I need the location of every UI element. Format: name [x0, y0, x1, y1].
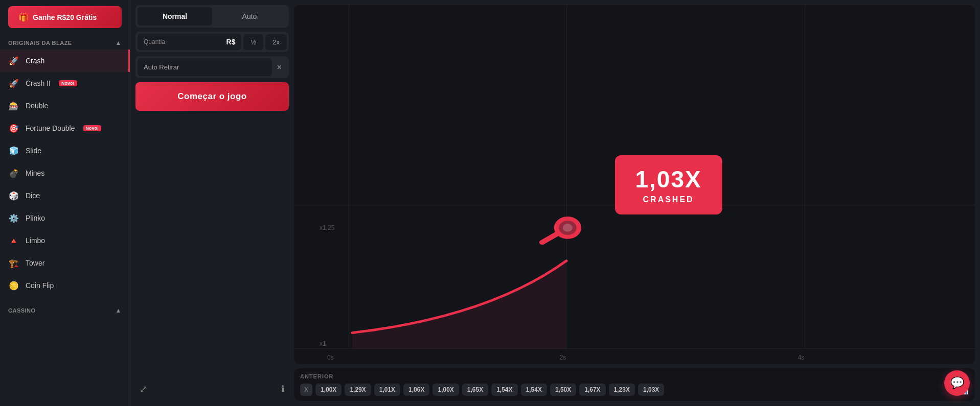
crash-icon: 🚀	[8, 55, 19, 66]
start-game-button[interactable]: Começar o jogo	[135, 82, 289, 111]
limbo-icon: 🔺	[8, 235, 19, 246]
crash-multiplier: 1,03X	[635, 165, 701, 193]
auto-retirar-label: Auto Retirar	[144, 63, 179, 71]
prev-item[interactable]: 1,00X	[432, 384, 459, 396]
x-axis-label3: 4s	[798, 354, 805, 361]
prev-item[interactable]: 1,03X	[638, 384, 664, 396]
prev-item[interactable]: 1,54X	[491, 384, 517, 396]
x-axis-label1: 0s	[327, 354, 334, 361]
prev-item[interactable]: 1,06X	[403, 384, 429, 396]
sidebar-items-container: 🚀 Crash 🚀 Crash II Novo! 🎰 Double 🎯 Fort…	[0, 50, 130, 297]
bet-currency: R$	[226, 38, 236, 46]
sidebar-item-crash[interactable]: 🚀 Crash	[0, 50, 130, 72]
fortune-double-label: Fortune Double	[26, 124, 75, 132]
panel-footer: ⤢ ℹ	[135, 377, 289, 401]
promo-button[interactable]: 🎁 Ganhe R$20 Grátis	[8, 6, 122, 28]
double-icon: 🎰	[8, 100, 19, 111]
fortune-double-badge: Novo!	[83, 125, 102, 131]
slide-icon: 🧊	[8, 145, 19, 156]
crash-display: 1,03X CRASHED	[614, 155, 722, 214]
game-area: Normal Auto Quantia R$ ½ 2x Auto Retirar…	[130, 0, 980, 406]
bet-quantia-label: Quantia	[144, 38, 165, 45]
plinko-label: Plinko	[26, 214, 45, 222]
originals-section-header: ORIGINAIS DA BLAZE ▲	[0, 34, 130, 50]
cassino-label: CASSINO	[8, 307, 36, 314]
originals-label: ORIGINAIS DA BLAZE	[8, 40, 72, 46]
sidebar-item-limbo[interactable]: 🔺 Limbo	[0, 229, 130, 252]
crash2-label: Crash II	[26, 79, 51, 87]
prev-item[interactable]: 1,01X	[374, 384, 400, 396]
tabs-container: Normal Auto	[135, 5, 289, 28]
sidebar-item-coin-flip[interactable]: 🪙 Coin Flip	[0, 274, 130, 297]
chat-icon: 💬	[950, 376, 964, 390]
mines-label: Mines	[26, 169, 44, 177]
promo-label: Ganhe R$20 Grátis	[33, 13, 97, 21]
prev-item[interactable]: 1,50X	[550, 384, 576, 396]
auto-retirar-container: Auto Retirar ×	[135, 56, 289, 78]
tower-label: Tower	[26, 259, 44, 267]
main-content: Normal Auto Quantia R$ ½ 2x Auto Retirar…	[130, 0, 980, 406]
tab-auto[interactable]: Auto	[212, 7, 287, 26]
previous-label: ANTERIOR	[300, 373, 969, 379]
limbo-label: Limbo	[26, 236, 45, 245]
crash-label: Crash	[26, 57, 44, 65]
cassino-chevron-icon: ▲	[116, 307, 122, 314]
prev-item[interactable]: 1,67X	[579, 384, 605, 396]
prev-item[interactable]: 1,00X	[315, 384, 341, 396]
bet-half-btn[interactable]: ½	[243, 34, 263, 50]
prev-item[interactable]: 1,54X	[521, 384, 547, 396]
mines-icon: 💣	[8, 168, 19, 179]
sidebar-item-tower[interactable]: 🏗️ Tower	[0, 252, 130, 274]
tab-normal[interactable]: Normal	[138, 7, 212, 26]
sidebar-item-double[interactable]: 🎰 Double	[0, 94, 130, 117]
auto-retirar-input[interactable]: Auto Retirar	[138, 58, 272, 76]
sidebar-item-mines[interactable]: 💣 Mines	[0, 162, 130, 184]
sidebar-item-crash2[interactable]: 🚀 Crash II Novo!	[0, 72, 130, 94]
crash2-icon: 🚀	[8, 78, 19, 89]
sidebar-item-slide[interactable]: 🧊 Slide	[0, 139, 130, 162]
game-canvas: x1,25 x1 0s 2s 4s	[294, 5, 975, 364]
originals-chevron-icon: ▲	[116, 39, 122, 46]
prev-item[interactable]: X	[300, 384, 312, 396]
coin-flip-label: Coin Flip	[26, 281, 54, 290]
right-panel: x1,25 x1 0s 2s 4s	[294, 5, 975, 401]
sidebar-item-fortune-double[interactable]: 🎯 Fortune Double Novo!	[0, 117, 130, 139]
bet-controls: Quantia R$ ½ 2x	[135, 32, 289, 52]
coin-flip-icon: 🪙	[8, 280, 19, 291]
tower-icon: 🏗️	[8, 257, 19, 269]
x-axis-label2: 2s	[559, 354, 566, 361]
crash2-badge: Novo!	[59, 80, 77, 86]
info-icon-btn[interactable]: ℹ	[279, 381, 287, 397]
double-label: Double	[26, 102, 48, 110]
sidebar: 🎁 Ganhe R$20 Grátis ORIGINAIS DA BLAZE ▲…	[0, 0, 130, 406]
promo-icon: 🎁	[18, 12, 29, 22]
dice-icon: 🎲	[8, 190, 19, 201]
slide-label: Slide	[26, 147, 41, 155]
fortune-double-icon: 🎯	[8, 123, 19, 134]
sidebar-item-dice[interactable]: 🎲 Dice	[0, 184, 130, 207]
dice-label: Dice	[26, 192, 40, 200]
left-panel-bottom	[135, 115, 289, 373]
bet-double-btn[interactable]: 2x	[265, 34, 287, 50]
crash-status-label: CRASHED	[635, 195, 701, 204]
expand-icon-btn[interactable]: ⤢	[138, 381, 149, 397]
previous-items-container: X1,00X1,29X1,01X1,06X1,00X1,65X1,54X1,54…	[300, 384, 969, 396]
bet-input-area: Quantia R$	[138, 34, 241, 50]
plinko-icon: ⚙️	[8, 212, 19, 224]
prev-item[interactable]: 1,23X	[609, 384, 635, 396]
prev-item[interactable]: 1,65X	[462, 384, 488, 396]
cassino-section-header: CASSINO ▲	[0, 302, 130, 317]
chat-button[interactable]: 💬	[944, 370, 970, 396]
left-panel: Normal Auto Quantia R$ ½ 2x Auto Retirar…	[135, 5, 289, 401]
prev-item[interactable]: 1,29X	[345, 384, 371, 396]
sidebar-item-plinko[interactable]: ⚙️ Plinko	[0, 207, 130, 229]
previous-section: ANTERIOR X1,00X1,29X1,01X1,06X1,00X1,65X…	[294, 368, 975, 401]
auto-retirar-close-btn[interactable]: ×	[272, 59, 287, 76]
